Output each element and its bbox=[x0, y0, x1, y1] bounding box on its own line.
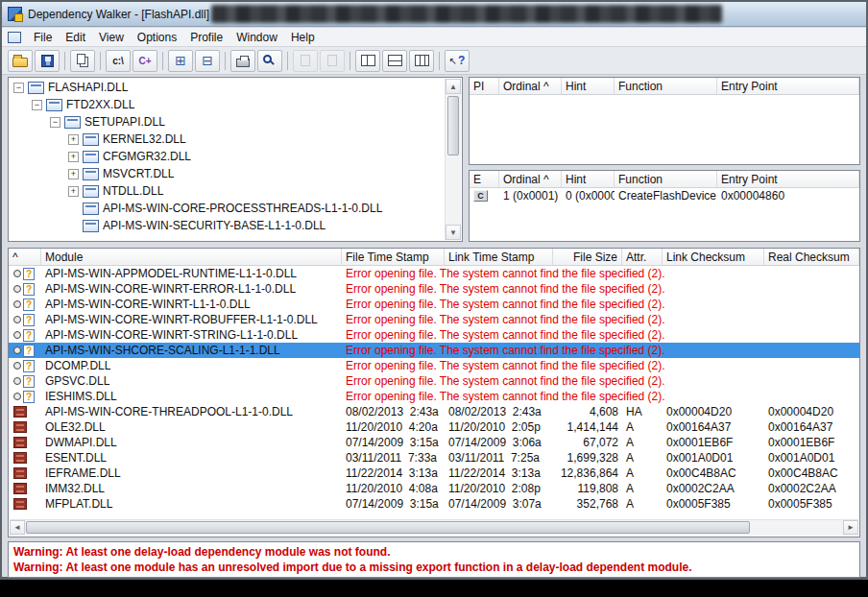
minus-expand-icon[interactable]: − bbox=[50, 117, 60, 128]
module-row[interactable]: ?IESHIMS.DLLError opening file. The syst… bbox=[9, 389, 859, 404]
module-row[interactable]: ?API-MS-WIN-CORE-WINRT-ERROR-L1-1-0.DLLE… bbox=[9, 281, 859, 297]
context-help-button[interactable] bbox=[445, 50, 470, 72]
tree-item[interactable]: −SETUPAPI.DLL bbox=[10, 113, 445, 131]
plus-expand-icon[interactable]: + bbox=[68, 169, 79, 179]
tree-item-label: NTDLL.DLL bbox=[103, 184, 163, 198]
missing-module-icon: ? bbox=[13, 391, 35, 403]
title-bar[interactable]: Dependency Walker - [FlashAPI.dll] bbox=[2, 2, 866, 27]
modules-column-file-size[interactable]: File Size bbox=[553, 249, 622, 265]
module-name-cell: API-MS-WIN-APPMODEL-RUNTIME-L1-1-0.DLL bbox=[41, 267, 342, 280]
exports-column-function[interactable]: Function bbox=[615, 171, 717, 187]
question-mark-icon: ? bbox=[23, 298, 35, 311]
menu-item-profile[interactable]: Profile bbox=[183, 29, 229, 46]
plus-expand-icon[interactable]: + bbox=[68, 186, 79, 197]
scroll-down-arrow-icon[interactable]: ▼ bbox=[446, 225, 461, 240]
menu-item-options[interactable]: Options bbox=[131, 29, 183, 46]
menu-item-view[interactable]: View bbox=[92, 29, 131, 46]
horizontal-scroll-thumb[interactable] bbox=[26, 521, 750, 534]
module-error-cell: Error opening file. The system cannot fi… bbox=[342, 359, 859, 372]
tree-item-label: FLASHAPI.DLL bbox=[48, 81, 128, 94]
layout-columns-button[interactable] bbox=[409, 50, 434, 72]
open-folder-button[interactable] bbox=[8, 50, 33, 72]
module-row[interactable]: DWMAPI.DLL07/14/2009 3:15a07/14/2009 3:0… bbox=[9, 435, 859, 450]
modules-column-real-checksum[interactable]: Real Checksum bbox=[764, 249, 859, 265]
modules-column-link-time[interactable]: Link Time Stamp bbox=[445, 249, 553, 265]
exports-column-hint[interactable]: Hint bbox=[562, 171, 615, 187]
open-folder-icon bbox=[12, 58, 28, 67]
module-row[interactable]: ?API-MS-WIN-CORE-WINRT-ROBUFFER-L1-1-0.D… bbox=[9, 312, 859, 327]
module-row[interactable]: OLE32.DLL11/20/2010 4:20a11/20/2010 2:05… bbox=[9, 419, 859, 435]
module-row[interactable]: MFPLAT.DLL07/14/2009 3:15a07/14/2009 3:0… bbox=[9, 496, 859, 512]
collapse-tree-button[interactable] bbox=[195, 50, 220, 72]
print-button[interactable] bbox=[230, 50, 255, 72]
layout-split-button[interactable] bbox=[355, 50, 380, 72]
exports-column-e[interactable]: E bbox=[470, 171, 499, 187]
module-row[interactable]: ESENT.DLL03/11/2011 7:33a03/11/2011 7:25… bbox=[9, 450, 859, 466]
module-horizontal-scrollbar[interactable]: ◄ ► bbox=[10, 519, 858, 536]
imports-column-hint[interactable]: Hint bbox=[562, 78, 615, 94]
toolbar-separator bbox=[162, 52, 163, 70]
modules-column-link-checksum[interactable]: Link Checksum bbox=[663, 249, 764, 265]
save-button[interactable] bbox=[35, 50, 60, 72]
menu-item-file[interactable]: File bbox=[27, 29, 59, 46]
toolbar-separator bbox=[64, 52, 65, 70]
exports-column-ordinal[interactable]: Ordinal ^ bbox=[499, 171, 562, 187]
tree-item[interactable]: API-MS-WIN-CORE-PROCESSTHREADS-L1-1-0.DL… bbox=[10, 200, 445, 217]
missing-module-icon: ? bbox=[13, 298, 35, 311]
module-error-icon bbox=[13, 498, 27, 510]
module-row[interactable]: ?API-MS-WIN-CORE-WINRT-L1-1-0.DLLError o… bbox=[9, 297, 859, 312]
imports-column-entry-point[interactable]: Entry Point bbox=[717, 78, 859, 94]
module-name-cell: DWMAPI.DLL bbox=[41, 436, 342, 449]
toolbar-separator bbox=[439, 52, 440, 70]
tree-item[interactable]: −FTD2XX.DLL bbox=[10, 96, 445, 113]
copy-button[interactable] bbox=[70, 50, 95, 72]
module-name-cell: API-MS-WIN-CORE-WINRT-ROBUFFER-L1-1-0.DL… bbox=[41, 313, 342, 326]
app-icon[interactable] bbox=[8, 7, 22, 21]
modules-column-file-time[interactable]: File Time Stamp bbox=[342, 249, 445, 265]
module-row[interactable]: API-MS-WIN-CORE-THREADPOOL-L1-1-0.DLL08/… bbox=[9, 404, 859, 419]
tree-item[interactable]: +KERNEL32.DLL bbox=[10, 131, 445, 148]
expand-tree-button[interactable] bbox=[168, 50, 193, 72]
module-row[interactable]: ?API-MS-WIN-CORE-WINRT-STRING-L1-1-0.DLL… bbox=[9, 327, 859, 343]
module-row[interactable]: ?DCOMP.DLLError opening file. The system… bbox=[9, 358, 859, 373]
imports-column-function[interactable]: Function bbox=[615, 78, 717, 94]
undecorate-cpp-button[interactable] bbox=[133, 50, 157, 72]
scroll-right-arrow-icon[interactable]: ► bbox=[843, 520, 858, 535]
menu-item-help[interactable]: Help bbox=[284, 29, 322, 46]
full-paths-button[interactable] bbox=[106, 50, 131, 72]
export-row[interactable]: C1 (0x0001)0 (0x0000)CreateFlashDevice0x… bbox=[470, 188, 859, 203]
tree-item[interactable]: +CFGMGR32.DLL bbox=[10, 148, 445, 165]
tree-item[interactable]: −FLASHAPI.DLL bbox=[10, 79, 445, 96]
module-name-cell: IESHIMS.DLL bbox=[41, 390, 342, 403]
missing-module-icon: ? bbox=[13, 314, 35, 326]
module-row[interactable]: ?API-MS-WIN-APPMODEL-RUNTIME-L1-1-0.DLLE… bbox=[9, 266, 859, 281]
modules-column-module[interactable]: Module bbox=[41, 249, 342, 265]
menu-item-edit[interactable]: Edit bbox=[59, 29, 92, 46]
modules-column-sort[interactable]: ^ bbox=[9, 249, 41, 265]
scroll-up-arrow-icon[interactable]: ▲ bbox=[446, 79, 461, 94]
module-row[interactable]: ?API-MS-WIN-SHCORE-SCALING-L1-1-1.DLLErr… bbox=[9, 343, 859, 358]
minus-expand-icon[interactable]: − bbox=[32, 100, 42, 110]
module-row[interactable]: IEFRAME.DLL11/22/2014 3:13a11/22/2014 3:… bbox=[9, 466, 859, 481]
module-row[interactable]: ?GPSVC.DLLError opening file. The system… bbox=[9, 373, 859, 389]
plus-expand-icon[interactable]: + bbox=[68, 134, 79, 145]
vertical-scroll-thumb[interactable] bbox=[447, 96, 459, 155]
tree-item[interactable]: +MSVCRT.DLL bbox=[10, 165, 445, 182]
module-name-cell: IMM32.DLL bbox=[41, 482, 342, 495]
tree-item[interactable]: API-MS-WIN-SECURITY-BASE-L1-1-0.DLL bbox=[10, 217, 445, 234]
exports-column-entry-point[interactable]: Entry Point bbox=[717, 171, 859, 187]
scroll-left-arrow-icon[interactable]: ◄ bbox=[10, 520, 25, 535]
search-button[interactable] bbox=[257, 50, 282, 72]
mdi-child-document-icon[interactable] bbox=[8, 32, 21, 43]
modules-column-attr[interactable]: Attr. bbox=[622, 249, 663, 265]
hourglass-icon bbox=[13, 346, 21, 354]
menu-item-window[interactable]: Window bbox=[229, 29, 284, 46]
plus-expand-icon[interactable]: + bbox=[68, 152, 79, 162]
imports-column-ordinal[interactable]: Ordinal ^ bbox=[499, 78, 562, 94]
tree-vertical-scrollbar[interactable]: ▲ ▼ bbox=[445, 79, 461, 240]
module-row[interactable]: IMM32.DLL11/20/2010 4:08a11/20/2010 2:08… bbox=[9, 481, 859, 496]
tree-item[interactable]: +NTDLL.DLL bbox=[10, 182, 445, 200]
layout-rows-button[interactable] bbox=[382, 50, 407, 72]
imports-column-pi[interactable]: PI bbox=[470, 78, 499, 94]
minus-expand-icon[interactable]: − bbox=[13, 83, 24, 93]
